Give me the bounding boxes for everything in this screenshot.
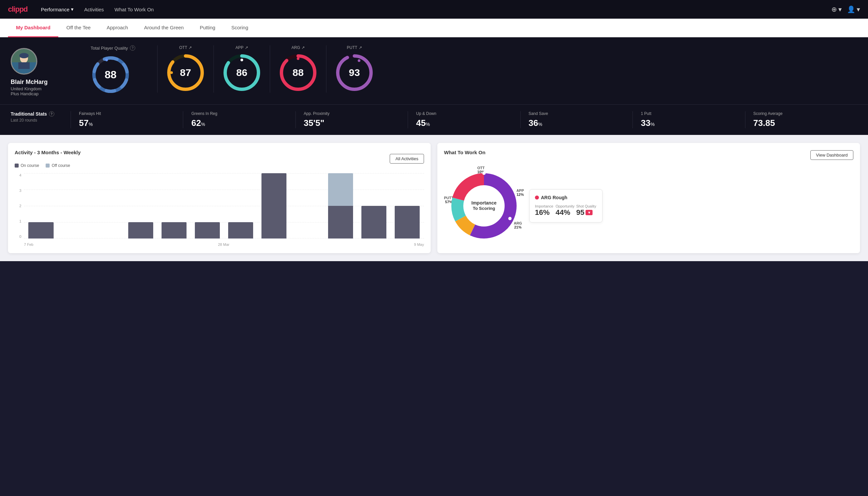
stat-1-putt: 1 Putt 33% <box>632 111 745 128</box>
nav-links: Performance ▾ Activities What To Work On <box>41 6 154 12</box>
shot-quality-down-badge: ▼ <box>586 210 593 215</box>
bar-12-on <box>395 206 420 238</box>
stats-items: Fairways Hit 57% Greens In Reg 62% App. … <box>70 111 857 128</box>
metric-opportunity-label: Opportunity 44% <box>556 204 576 217</box>
metric-importance-label: Importance 16% <box>535 204 556 217</box>
tab-scoring[interactable]: Scoring <box>223 19 256 37</box>
svg-rect-4 <box>18 62 30 69</box>
putt-label: PUTT ↗ <box>347 45 362 50</box>
hero-section: Blair McHarg United Kingdom Plus Handica… <box>0 37 868 104</box>
tab-putting[interactable]: Putting <box>192 19 223 37</box>
logo: clippd <box>8 5 28 14</box>
scores-area: Total Player Quality ? 88 OTT <box>84 45 857 95</box>
donut-chart-wrap: OTT 10% APP 12% ARG 21% PUTT 57% <box>444 166 524 246</box>
help-icon[interactable]: ? <box>130 45 135 51</box>
score-arg: ARG ↗ 88 <box>270 45 326 93</box>
nav-what-to-work-on[interactable]: What To Work On <box>114 7 154 12</box>
bar-8 <box>258 173 289 238</box>
putt-value: 93 <box>349 67 360 78</box>
arg-arrow-icon: ↗ <box>301 45 305 50</box>
bar-9 <box>291 173 323 238</box>
what-to-work-on-card: What To Work On View Dashboard OTT 10% A… <box>437 143 860 253</box>
x-label-mar: 28 Mar <box>218 243 229 247</box>
bar-5 <box>159 173 190 238</box>
cards-area: Activity - 3 Months - Weekly On course O… <box>0 135 868 261</box>
bar-1-on <box>28 222 53 238</box>
all-activities-button[interactable]: All Activities <box>390 154 424 164</box>
app-dot <box>240 59 243 61</box>
player-country: United Kingdom <box>11 86 42 91</box>
wtwo-header: What To Work On View Dashboard <box>444 150 853 160</box>
arg-label: ARG ↗ <box>291 45 305 50</box>
metric-shot-quality-value: 95 ▼ <box>576 208 597 217</box>
y-label-4: 4 <box>19 173 21 177</box>
bar-7-on <box>228 222 253 238</box>
nav-right: ⊕ ▾ 👤 ▾ <box>831 5 860 13</box>
chevron-down-icon: ▾ <box>71 6 74 12</box>
ott-label: OTT ↗ <box>179 45 192 50</box>
svg-point-21 <box>482 172 486 175</box>
bar-8-on <box>262 173 286 238</box>
bar-chart: 4 3 2 1 0 <box>15 173 424 247</box>
bar-12 <box>391 173 423 238</box>
bar-2 <box>59 173 90 238</box>
x-label-feb: 7 Feb <box>24 243 33 247</box>
legend-off-course: Off course <box>46 163 70 168</box>
user-menu-button[interactable]: 👤 ▾ <box>847 5 860 13</box>
player-info: Blair McHarg United Kingdom Plus Handica… <box>11 45 84 96</box>
tab-approach[interactable]: Approach <box>99 19 136 37</box>
stat-app-proximity: App. Proximity 35'5" <box>296 111 408 128</box>
bar-11 <box>358 173 389 238</box>
bar-4 <box>125 173 157 238</box>
info-metrics: Importance 16% Opportunity 44% Shot Qual… <box>535 204 597 217</box>
stats-title: Traditional Stats ? <box>11 111 70 117</box>
stat-fairways-hit: Fairways Hit 57% <box>70 111 183 128</box>
score-ott: OTT ↗ 87 <box>157 45 214 93</box>
y-label-3: 3 <box>19 188 21 192</box>
total-quality: Total Player Quality ? 88 <box>91 45 157 95</box>
donut-center-line2: To Scoring <box>471 206 496 212</box>
ott-ring: 87 <box>165 52 206 93</box>
tab-off-the-tee[interactable]: Off the Tee <box>58 19 99 37</box>
score-app: APP ↗ 86 <box>214 45 270 93</box>
bar-4-on <box>128 222 153 238</box>
user-dropdown-icon: ▾ <box>857 5 860 13</box>
avatar <box>11 48 37 75</box>
activity-legend: On course Off course <box>15 163 81 168</box>
tab-around-the-green[interactable]: Around the Green <box>136 19 191 37</box>
grid-area <box>24 173 424 238</box>
total-quality-ring: 88 <box>91 55 130 95</box>
ott-dot <box>170 71 173 74</box>
arg-rough-dot <box>535 196 539 200</box>
ott-arrow-icon: ↗ <box>189 45 192 50</box>
view-dashboard-button[interactable]: View Dashboard <box>810 150 853 160</box>
stats-bar: Traditional Stats ? Last 20 rounds Fairw… <box>0 104 868 135</box>
wtwo-title: What To Work On <box>444 150 485 155</box>
player-handicap: Plus Handicap <box>11 91 38 96</box>
info-card-title: ARG Rough <box>535 195 597 200</box>
bar-11-on <box>361 206 386 238</box>
arg-value: 88 <box>293 67 303 78</box>
stat-sand-save: Sand Save 36% <box>520 111 632 128</box>
x-axis: 7 Feb 28 Mar 9 May <box>24 243 424 247</box>
tab-my-dashboard[interactable]: My Dashboard <box>8 19 58 37</box>
add-button[interactable]: ⊕ ▾ <box>831 5 842 13</box>
bar-6 <box>192 173 223 238</box>
legend-off-course-dot <box>46 164 50 168</box>
top-nav: clippd Performance ▾ Activities What To … <box>0 0 868 19</box>
arg-rough-info-card: ARG Rough Importance 16% Opportunity 44%… <box>529 189 602 222</box>
stat-scoring-avg: Scoring Average 73.85 <box>745 111 857 128</box>
bar-3 <box>92 173 123 238</box>
stats-help-icon[interactable]: ? <box>49 111 54 117</box>
legend-on-course-dot <box>15 164 19 168</box>
y-label-1: 1 <box>19 219 21 223</box>
app-ring: 86 <box>222 52 262 93</box>
nav-performance[interactable]: Performance ▾ <box>41 6 74 12</box>
app-label: APP ↗ <box>236 45 248 50</box>
player-name: Blair McHarg <box>11 79 48 86</box>
bar-1 <box>25 173 57 238</box>
putt-arrow-icon: ↗ <box>359 45 362 50</box>
nav-left: clippd Performance ▾ Activities What To … <box>8 5 154 14</box>
nav-activities[interactable]: Activities <box>84 7 104 12</box>
plus-circle-icon: ⊕ <box>831 5 837 13</box>
